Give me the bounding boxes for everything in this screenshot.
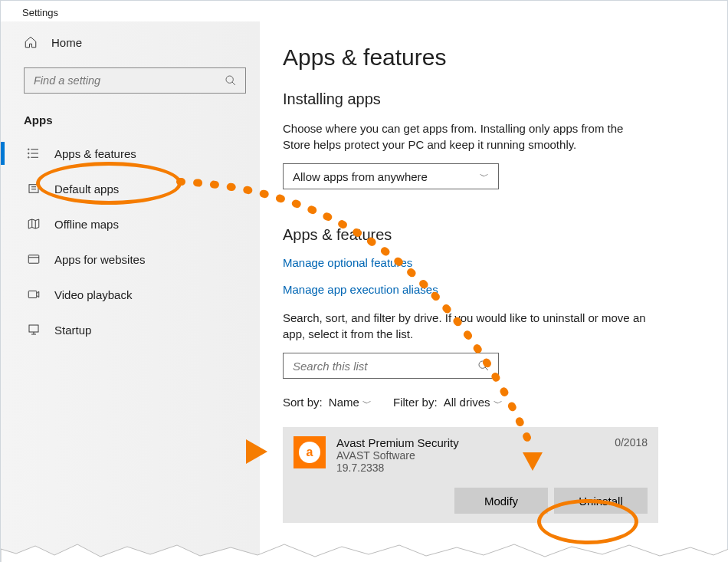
modify-button[interactable]: Modify bbox=[454, 488, 548, 514]
filter-control[interactable]: Filter by: All drives ﹀ bbox=[393, 396, 503, 410]
nav-home-label: Home bbox=[51, 36, 82, 49]
app-publisher: AVAST Software bbox=[336, 449, 604, 462]
main-panel: Apps & features Installing apps Choose w… bbox=[260, 21, 727, 561]
nav-video-playback[interactable]: Video playback bbox=[24, 277, 246, 312]
sort-label: Sort by: bbox=[283, 396, 323, 409]
svg-rect-8 bbox=[29, 185, 38, 193]
svg-point-0 bbox=[226, 76, 233, 83]
sidebar-section-label: Apps bbox=[24, 113, 246, 127]
nav-label: Apps & features bbox=[54, 147, 136, 160]
app-install-date: 0/2018 bbox=[615, 436, 648, 474]
websites-icon bbox=[27, 252, 41, 266]
sort-value: Name bbox=[329, 396, 359, 409]
svg-rect-16 bbox=[29, 325, 38, 332]
filter-value: All drives bbox=[444, 396, 490, 409]
startup-icon bbox=[27, 323, 41, 337]
nav-label: Video playback bbox=[54, 288, 132, 301]
nav-home[interactable]: Home bbox=[24, 35, 246, 49]
uninstall-button[interactable]: Uninstall bbox=[554, 488, 648, 514]
nav-label: Apps for websites bbox=[54, 253, 145, 266]
app-source-dropdown[interactable]: Allow apps from anywhere ﹀ bbox=[283, 163, 499, 189]
subhead-apps-features: Apps & features bbox=[283, 226, 697, 244]
app-name: Avast Premium Security bbox=[336, 436, 604, 449]
app-list-search-input[interactable] bbox=[291, 359, 477, 373]
nav-apps-features[interactable]: Apps & features bbox=[24, 136, 246, 171]
nav-startup[interactable]: Startup bbox=[24, 312, 246, 347]
subhead-installing: Installing apps bbox=[283, 90, 697, 108]
search-icon bbox=[477, 359, 490, 373]
chevron-down-icon: ﹀ bbox=[480, 170, 489, 183]
svg-point-7 bbox=[28, 157, 30, 159]
nav-offline-maps[interactable]: Offline maps bbox=[24, 206, 246, 242]
filter-label: Filter by: bbox=[393, 396, 438, 409]
nav-apps-websites[interactable]: Apps for websites bbox=[24, 242, 246, 277]
nav-label: Startup bbox=[54, 324, 91, 337]
app-list-item[interactable]: a Avast Premium Security AVAST Software … bbox=[283, 427, 658, 523]
avast-app-icon: a bbox=[293, 436, 326, 468]
window-title: Settings bbox=[1, 1, 727, 21]
dropdown-value: Allow apps from anywhere bbox=[293, 170, 428, 183]
sidebar-search[interactable] bbox=[24, 67, 246, 94]
app-version: 19.7.2338 bbox=[336, 462, 604, 474]
video-icon bbox=[27, 288, 41, 301]
page-title: Apps & features bbox=[283, 44, 697, 71]
installing-desc: Choose where you can get apps from. Inst… bbox=[283, 120, 651, 153]
sidebar-search-input[interactable] bbox=[32, 74, 224, 87]
nav-label: Default apps bbox=[54, 182, 119, 196]
svg-point-5 bbox=[28, 149, 30, 150]
list-icon bbox=[27, 146, 41, 160]
sidebar: Home Apps Apps & features Default ap bbox=[1, 21, 260, 561]
chevron-down-icon: ﹀ bbox=[494, 398, 503, 409]
sort-control[interactable]: Sort by: Name ﹀ bbox=[283, 396, 372, 410]
nav-label: Offline maps bbox=[54, 218, 119, 231]
nav-default-apps[interactable]: Default apps bbox=[24, 171, 246, 206]
svg-rect-15 bbox=[28, 291, 37, 298]
defaults-icon bbox=[27, 182, 41, 196]
svg-rect-13 bbox=[28, 255, 39, 264]
map-icon bbox=[27, 217, 41, 231]
search-icon bbox=[224, 74, 238, 87]
chevron-down-icon: ﹀ bbox=[362, 398, 372, 409]
svg-line-20 bbox=[485, 367, 488, 370]
home-icon bbox=[24, 35, 38, 49]
svg-point-19 bbox=[479, 361, 486, 368]
svg-point-6 bbox=[28, 153, 30, 154]
list-desc: Search, sort, and filter by drive. If yo… bbox=[283, 310, 651, 342]
link-optional-features[interactable]: Manage optional features bbox=[283, 256, 697, 269]
link-execution-aliases[interactable]: Manage app execution aliases bbox=[283, 283, 697, 296]
svg-line-1 bbox=[232, 82, 235, 85]
app-list-search[interactable] bbox=[283, 353, 499, 379]
